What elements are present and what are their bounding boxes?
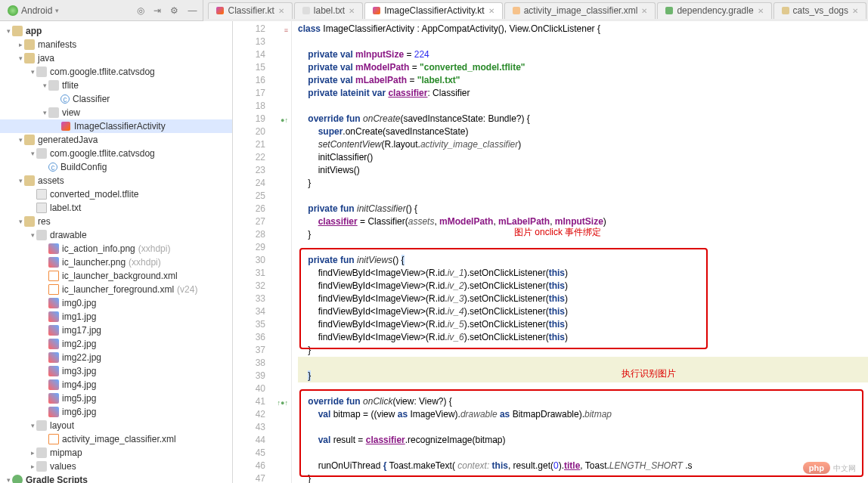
kt-icon: [373, 7, 380, 14]
close-icon[interactable]: ✕: [349, 7, 355, 15]
annotation-onclick: 图片 onclick 事件绑定: [514, 226, 601, 239]
android-icon: [8, 5, 18, 16]
topbar: Android ▾ ◎ ⇥ ⚙ — Classifier.kt✕label.tx…: [0, 0, 868, 21]
tree-label-txt[interactable]: label.txt: [0, 201, 232, 215]
tree-mipmap[interactable]: ▸mipmap: [0, 446, 232, 460]
folder-icon: [782, 7, 789, 14]
tree-com-google-tflite-catvsdog[interactable]: ▾com.google.tflite.catvsdog: [0, 65, 232, 79]
pkg-icon: [48, 107, 59, 118]
tree-arrow-icon: ▾: [17, 177, 24, 184]
tree-arrow-icon: ▾: [5, 476, 12, 483]
tab-activity-image-classifier-xml[interactable]: activity_image_classifier.xml✕: [504, 2, 656, 19]
tree-ic-launcher-png[interactable]: ic_launcher.png(xxhdpi): [0, 255, 232, 269]
chevron-down-icon: ▾: [55, 7, 59, 14]
tree-img5-jpg[interactable]: img5.jpg: [0, 392, 232, 405]
xml-icon: [513, 7, 520, 14]
img2-icon: [48, 243, 59, 254]
tree-ic-launcher-foreground-xml[interactable]: ic_launcher_foreground.xml(v24): [0, 283, 232, 296]
tree-img6-jpg[interactable]: img6.jpg: [0, 405, 232, 419]
tree-res[interactable]: ▾res: [0, 215, 232, 228]
close-icon[interactable]: ✕: [488, 7, 494, 15]
tree-img22-jpg[interactable]: img22.jpg: [0, 351, 232, 364]
tree-img1-jpg[interactable]: img1.jpg: [0, 310, 232, 324]
img2-icon: [48, 298, 59, 308]
tree-activity-image-classifier-xml[interactable]: activity_image_classifier.xml: [0, 432, 232, 446]
project-name: Android: [21, 5, 52, 16]
pkg-icon: [48, 80, 59, 91]
code-editor[interactable]: 12≡13141516171819●↑202122232425262728293…: [233, 21, 868, 483]
img2-icon: [48, 325, 59, 336]
tree-classifier[interactable]: cClassifier: [0, 92, 232, 106]
tree-tflite[interactable]: ▾tflite: [0, 79, 232, 92]
xml-icon: [48, 434, 59, 444]
file-icon: [36, 189, 47, 200]
tree-com-google-tflite-catvsdog[interactable]: ▾com.google.tflite.catvsdog: [0, 147, 232, 160]
tree-arrow-icon: ▾: [17, 218, 24, 225]
tree-assets[interactable]: ▾assets: [0, 174, 232, 187]
close-icon[interactable]: ✕: [852, 7, 858, 15]
img2-icon: [48, 311, 59, 322]
tree-manifests[interactable]: ▸manifests: [0, 38, 232, 51]
cls-icon: c: [48, 163, 57, 172]
minimize-icon[interactable]: —: [188, 5, 197, 16]
tab-label-txt[interactable]: label.txt✕: [294, 2, 363, 19]
tree-imageclassifieractivity[interactable]: ImageClassifierActivity: [0, 119, 232, 133]
tree-layout[interactable]: ▾layout: [0, 419, 232, 432]
img2-icon: [48, 407, 59, 417]
tree-arrow-icon: ▾: [29, 68, 36, 76]
close-icon[interactable]: ✕: [641, 7, 647, 15]
tree-java[interactable]: ▾java: [0, 51, 232, 65]
tab-imageclassifieractivity-kt[interactable]: ImageClassifierActivity.kt✕: [364, 2, 502, 19]
code-area[interactable]: class ImageClassifierActivity : AppCompa…: [292, 21, 868, 483]
tree-view[interactable]: ▾view: [0, 106, 232, 119]
pkg-icon: [36, 148, 47, 159]
gear-icon[interactable]: ⚙: [170, 5, 178, 16]
txt-icon: [302, 7, 310, 14]
tree-app[interactable]: ▾app: [0, 24, 232, 38]
img2-icon: [48, 339, 59, 349]
img2-icon: [48, 366, 59, 376]
tree-arrow-icon: ▾: [29, 231, 36, 239]
tree-arrow-icon: ▾: [5, 27, 12, 35]
tree-img3-jpg[interactable]: img3.jpg: [0, 364, 232, 378]
pkg-icon: [36, 67, 47, 77]
tree-img2-jpg[interactable]: img2.jpg: [0, 337, 232, 351]
pkg-icon: [36, 447, 47, 458]
tree-converted-model-tflite[interactable]: converted_model.tflite: [0, 187, 232, 201]
kt-icon: [60, 121, 71, 132]
tab-classifier-kt[interactable]: Classifier.kt✕: [208, 2, 292, 19]
tree-img17-jpg[interactable]: img17.jpg: [0, 324, 232, 337]
tree-arrow-icon: ▾: [41, 109, 48, 116]
cls-icon: c: [60, 94, 70, 104]
tree-arrow-icon: ▾: [17, 54, 24, 62]
tree-ic-action-info-png[interactable]: ic_action_info.png(xxhdpi): [0, 242, 232, 255]
tree-values[interactable]: ▸values: [0, 460, 232, 473]
tree-arrow-icon: ▸: [29, 463, 36, 470]
folder-icon: [12, 26, 23, 36]
tree-arrow-icon: ▾: [29, 150, 36, 157]
pkg-icon: [36, 230, 47, 240]
tree-buildconfig[interactable]: cBuildConfig: [0, 160, 232, 174]
collapse-icon[interactable]: ⇥: [153, 5, 161, 16]
project-tree[interactable]: ▾app▸manifests▾java▾com.google.tflite.ca…: [0, 21, 233, 483]
gutter: 12≡13141516171819●↑202122232425262728293…: [233, 21, 292, 483]
tree-img0-jpg[interactable]: img0.jpg: [0, 296, 232, 310]
tree-gradle-scripts[interactable]: ▾Gradle Scripts: [0, 473, 232, 483]
tree-img4-jpg[interactable]: img4.jpg: [0, 378, 232, 392]
gradle-icon: [12, 475, 23, 483]
close-icon[interactable]: ✕: [758, 7, 764, 15]
target-icon[interactable]: ◎: [137, 5, 144, 16]
tree-arrow-icon: ▾: [17, 136, 24, 144]
close-icon[interactable]: ✕: [278, 7, 284, 15]
folder-icon: [24, 216, 35, 227]
tree-drawable[interactable]: ▾drawable: [0, 228, 232, 242]
img2-icon: [48, 257, 59, 268]
tab-cats-vs-dogs[interactable]: cats_vs_dogs✕: [773, 2, 866, 19]
annotation-recognize: 执行识别图片: [622, 367, 676, 380]
project-selector[interactable]: Android ▾: [0, 5, 67, 16]
img2-icon: [48, 352, 59, 363]
folder-icon: [24, 175, 35, 186]
tab-dependency-gradle[interactable]: dependency.gradle✕: [657, 2, 771, 19]
tree-ic-launcher-background-xml[interactable]: ic_launcher_background.xml: [0, 269, 232, 283]
tree-generatedjava[interactable]: ▾generatedJava: [0, 133, 232, 147]
